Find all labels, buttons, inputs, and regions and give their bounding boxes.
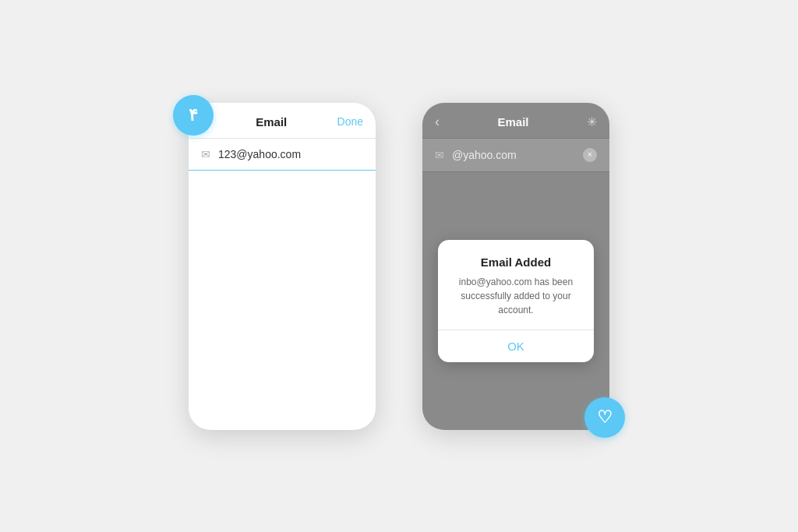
phone2-frame: ‹ Email ✳ ✉ @yahoo.com × Email Added inb… [422, 103, 609, 430]
phone1-mail-icon: ✉ [201, 148, 210, 160]
phone2-email-value[interactable]: @yahoo.com [452, 149, 575, 161]
phone1-frame: ‹ Email Done ✉ 123@yahoo.com [189, 103, 376, 430]
phone2-body: Email Added inbo@yahoo.com has been succ… [422, 172, 609, 430]
dialog-ok-button[interactable]: OK [450, 330, 581, 362]
phone1-email-row: ✉ 123@yahoo.com [189, 139, 376, 171]
phone1-scene: ۴ ‹ Email Done ✉ 123@yahoo.com [189, 103, 376, 430]
phone2-clear-button[interactable]: × [583, 148, 597, 162]
phone2-mail-icon: ✉ [435, 149, 444, 161]
dialog-overlay: Email Added inbo@yahoo.com has been succ… [422, 172, 609, 430]
phone2-back-button[interactable]: ‹ [435, 114, 440, 130]
step-badge-2: ♡ [584, 397, 625, 438]
phone1-body [189, 171, 376, 430]
phone2-email-row: ✉ @yahoo.com × [422, 139, 609, 172]
dialog-title: Email Added [450, 255, 581, 269]
phone1-title: Email [256, 115, 287, 129]
phone2-title: Email [497, 115, 528, 129]
dialog-message: inbo@yahoo.com has been successfully add… [450, 275, 581, 317]
phone2-scene: ‹ Email ✳ ✉ @yahoo.com × Email Added inb… [422, 103, 609, 430]
phone1-done-button[interactable]: Done [337, 115, 363, 128]
phone1-navbar: ‹ Email Done [189, 103, 376, 139]
email-added-dialog: Email Added inbo@yahoo.com has been succ… [438, 240, 594, 362]
phone1-email-value[interactable]: 123@yahoo.com [218, 148, 363, 160]
phone2-navbar: ‹ Email ✳ [422, 103, 609, 139]
step-badge-1: ۴ [173, 95, 214, 136]
phone2-action-icon: ✳ [587, 115, 597, 129]
